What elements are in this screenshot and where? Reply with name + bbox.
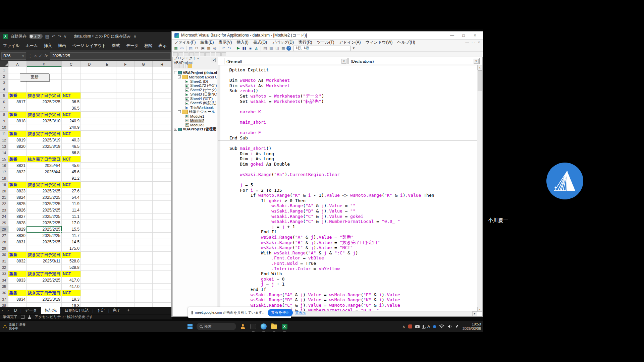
grid-cell-B12[interactable]: 2025/3/19 xyxy=(27,137,62,143)
grid-cell-E25[interactable] xyxy=(98,220,116,226)
ribbon-tab-挿入[interactable]: 挿入 xyxy=(41,41,55,50)
grid-cell-D15[interactable] xyxy=(81,156,98,163)
grid-cell-H2[interactable] xyxy=(153,73,171,80)
grid-cell-H28[interactable] xyxy=(153,239,171,245)
sheet-tab-データ[interactable]: データ xyxy=(21,307,41,314)
grid-cell-G2[interactable] xyxy=(135,73,153,80)
ribbon-tab-ホーム[interactable]: ホーム xyxy=(22,41,41,50)
grid-cell-G17[interactable] xyxy=(135,169,153,175)
grid-cell-F36[interactable] xyxy=(116,290,135,296)
grid-cell-D31[interactable] xyxy=(81,258,98,264)
grid-cell-B1[interactable] xyxy=(27,67,62,73)
grid-cell-C11[interactable]: NCT xyxy=(62,131,81,137)
scroll-right-icon[interactable]: ▶ xyxy=(472,311,477,316)
grid-cell-B26[interactable]: 2025/2/25 xyxy=(27,226,62,233)
grid-cell-F37[interactable] xyxy=(116,296,135,303)
grid-cell-F30[interactable] xyxy=(116,252,135,258)
grid-cell-H3[interactable] xyxy=(153,80,171,86)
row-header-5[interactable]: 5 xyxy=(0,93,8,99)
start-button[interactable] xyxy=(186,323,194,330)
grid-cell-B20[interactable]: 2025/2/25 xyxy=(27,188,62,194)
ribbon-tab-表示[interactable]: 表示 xyxy=(156,41,170,50)
fx-icon[interactable]: fx xyxy=(45,53,48,58)
grid-cell-D7[interactable] xyxy=(81,105,98,112)
grid-cell-H4[interactable] xyxy=(153,86,171,93)
grid-cell-F29[interactable] xyxy=(116,245,135,252)
grid-cell-B10[interactable] xyxy=(27,124,62,131)
row-header-7[interactable]: 7 xyxy=(0,105,8,112)
grid-cell-H29[interactable] xyxy=(153,245,171,252)
grid-cell-C35[interactable]: 417.0 xyxy=(62,284,81,290)
grid-cell-E10[interactable] xyxy=(98,124,116,131)
grid-cell-B4[interactable] xyxy=(27,86,62,93)
grid-cell-D33[interactable] xyxy=(81,271,98,277)
grid-cell-G30[interactable] xyxy=(135,252,153,258)
tree-item[interactable]: +VBAProject (管理用シ xyxy=(173,127,217,131)
grid-cell-G25[interactable] xyxy=(135,220,153,226)
insert-object-icon[interactable]: ▭ xyxy=(179,46,185,51)
column-header-G[interactable]: G xyxy=(135,61,153,67)
grid-cell-E17[interactable] xyxy=(98,169,116,175)
grid-cell-E6[interactable] xyxy=(98,99,116,105)
design-mode-icon[interactable]: ◭ xyxy=(254,46,259,51)
grid-cell-D1[interactable] xyxy=(81,67,98,73)
grid-cell-A1[interactable] xyxy=(8,67,27,73)
minimize-button[interactable]: — xyxy=(447,33,457,39)
uncomment-block-icon[interactable] xyxy=(216,52,221,56)
grid-cell-G14[interactable] xyxy=(135,150,153,156)
grid-cell-D34[interactable] xyxy=(81,277,98,284)
redo-icon[interactable]: ↷ xyxy=(227,46,232,51)
menu-表示(V)[interactable]: 表示(V) xyxy=(216,40,234,45)
row-header-11[interactable]: 11 xyxy=(0,131,8,137)
grid-cell-G1[interactable] xyxy=(135,67,153,73)
tree-item[interactable]: -標準モジュール xyxy=(173,110,217,114)
grid-cell-B36[interactable]: 抜き完了日予定日 xyxy=(27,290,62,296)
hide-share-bar-link[interactable]: 非表示 xyxy=(295,310,306,315)
worksheet-grid[interactable]: 12345製番抜き完了日予定日NCT688172025/2/2536.5736.… xyxy=(0,67,172,307)
grid-cell-H12[interactable] xyxy=(153,137,171,143)
grid-cell-E33[interactable] xyxy=(98,271,116,277)
grid-cell-B30[interactable]: 抜き完了日予定日 xyxy=(27,252,62,258)
grid-cell-E35[interactable] xyxy=(98,284,116,290)
grid-cell-H15[interactable] xyxy=(153,156,171,163)
menu-ファイル(F)[interactable]: ファイル(F) xyxy=(172,40,198,45)
grid-cell-F24[interactable] xyxy=(116,214,135,220)
grid-cell-G19[interactable] xyxy=(135,182,153,188)
edge-button[interactable] xyxy=(260,323,267,330)
tree-item[interactable]: ThisWorkbook xyxy=(173,105,217,110)
grid-cell-H32[interactable] xyxy=(153,264,171,271)
grid-cell-D22[interactable] xyxy=(81,201,98,207)
grid-cell-D29[interactable] xyxy=(81,245,98,252)
grid-cell-C33[interactable]: NCT xyxy=(62,271,81,277)
grid-cell-A38[interactable] xyxy=(8,303,27,307)
vertical-scrollbar[interactable]: ▲ ▼ xyxy=(477,65,482,312)
row-header-36[interactable]: 36 xyxy=(0,290,8,296)
grid-cell-A24[interactable]: 8827 xyxy=(8,214,27,220)
grid-cell-A7[interactable] xyxy=(8,105,27,112)
row-header-37[interactable]: 37 xyxy=(0,296,8,303)
grid-cell-C5[interactable]: NCT xyxy=(62,93,81,99)
grid-cell-D6[interactable] xyxy=(81,99,98,105)
grid-cell-H1[interactable] xyxy=(153,67,171,73)
close-icon[interactable]: ✕ xyxy=(212,58,216,62)
grid-cell-A9[interactable]: 8818 xyxy=(8,118,27,124)
grid-cell-A31[interactable]: 8832 xyxy=(8,258,27,264)
project-explorer-icon[interactable]: ▤ xyxy=(262,46,268,51)
row-header-29[interactable]: 29 xyxy=(0,245,8,252)
grid-cell-F32[interactable] xyxy=(116,264,135,271)
grid-cell-A35[interactable] xyxy=(8,284,27,290)
grid-cell-H23[interactable] xyxy=(153,207,171,214)
cancel-icon[interactable]: × xyxy=(34,53,37,58)
grid-cell-F14[interactable] xyxy=(116,150,135,156)
grid-cell-H37[interactable] xyxy=(153,296,171,303)
grid-cell-F21[interactable] xyxy=(116,194,135,201)
wifi-icon[interactable] xyxy=(439,324,444,328)
grid-cell-F2[interactable] xyxy=(116,73,135,80)
ribbon-tab-校閲[interactable]: 校閲 xyxy=(142,41,156,50)
row-header-25[interactable]: 25 xyxy=(0,220,8,226)
grid-cell-F31[interactable] xyxy=(116,258,135,264)
grid-cell-D2[interactable] xyxy=(81,73,98,80)
grid-cell-C15[interactable]: NCT xyxy=(62,156,81,163)
grid-cell-B17[interactable]: 2025/4/4 xyxy=(27,169,62,175)
grid-cell-D17[interactable] xyxy=(81,169,98,175)
